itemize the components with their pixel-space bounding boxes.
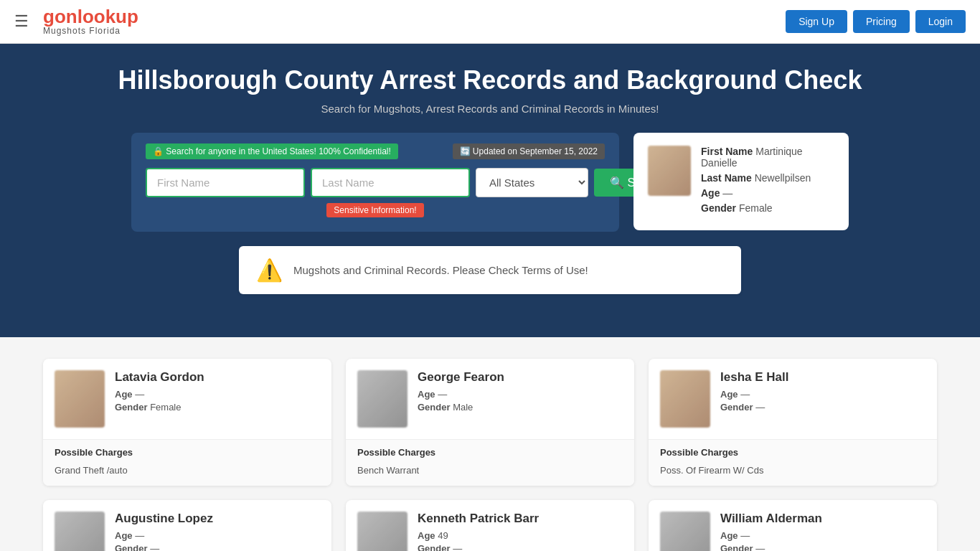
person-card-0[interactable]: Latavia Gordon Age — Gender Female Possi…: [43, 359, 331, 486]
gender-value: —: [453, 543, 462, 551]
header: ☰ gonlookup Mugshots Florida Sign Up Pri…: [0, 0, 980, 44]
logo-text: gonlookup: [43, 7, 138, 26]
person-gender: Gender Female: [115, 402, 320, 413]
logo-subtext: Mugshots Florida: [43, 26, 121, 36]
person-age: Age —: [720, 389, 925, 400]
person-info: Augustine Lopez Age — Gender —: [115, 512, 320, 551]
charges-section: Possible Charges Poss. Of Firearm W/ Cds: [649, 439, 937, 486]
updated-label: 🔄 Updated on September 15, 2022: [453, 143, 605, 159]
age-value: —: [135, 530, 144, 541]
person-gender: Gender Male: [418, 402, 623, 413]
notice-text: Mugshots and Criminal Records. Please Ch…: [293, 264, 588, 276]
gender-label: Gender: [418, 402, 451, 413]
last-name-input[interactable]: [311, 168, 470, 197]
signup-button[interactable]: Sign Up: [786, 10, 847, 33]
person-name: Latavia Gordon: [115, 370, 320, 385]
page-title: Hillsborough County Arrest Records and B…: [14, 65, 966, 95]
person-card-5[interactable]: William Alderman Age — Gender — Possible…: [649, 500, 937, 551]
age-value: —: [740, 389, 750, 400]
age-value: —: [740, 530, 750, 541]
gender-label: Gender: [418, 543, 451, 551]
person-gender: Gender —: [720, 543, 925, 551]
profile-card: First Name Martinique Danielle Last Name…: [633, 133, 849, 230]
search-box: 🔒 Search for anyone in the United States…: [131, 133, 619, 232]
states-select[interactable]: All StatesAlabamaAlaskaArizonaArkansasCa…: [476, 168, 588, 197]
logo[interactable]: gonlookup Mugshots Florida: [43, 7, 138, 36]
logo-go: go: [43, 6, 66, 27]
person-card-top: Kenneth Patrick Barr Age 49 Gender —: [346, 500, 634, 551]
person-age: Age 49: [418, 530, 623, 541]
first-name-input[interactable]: [146, 168, 305, 197]
profile-lastname-label: Last Name: [701, 172, 752, 184]
profile-gender-field: Gender Female: [701, 202, 834, 214]
person-info: Kenneth Patrick Barr Age 49 Gender —: [418, 512, 623, 551]
gender-label: Gender: [115, 402, 148, 413]
profile-lastname-value: Newellpilsen: [755, 172, 811, 184]
person-avatar: [55, 512, 105, 551]
login-button[interactable]: Login: [915, 10, 966, 33]
person-age: Age —: [115, 389, 320, 400]
search-container: 🔒 Search for anyone in the United States…: [14, 133, 966, 232]
age-label: Age: [115, 530, 133, 541]
gender-value: Male: [453, 402, 473, 413]
person-avatar: [55, 370, 105, 428]
gender-label: Gender: [720, 543, 753, 551]
age-value: 49: [438, 530, 448, 541]
person-info: Iesha E Hall Age — Gender —: [720, 370, 925, 415]
charge-item: Bench Warrant: [357, 462, 623, 479]
person-name: William Alderman: [720, 512, 925, 526]
profile-card-inner: First Name Martinique Danielle Last Name…: [648, 146, 834, 217]
gender-label: Gender: [720, 402, 753, 413]
person-card-top: Iesha E Hall Age — Gender —: [649, 359, 937, 439]
person-card-3[interactable]: Augustine Lopez Age — Gender — Possible …: [43, 500, 331, 551]
charges-title: Possible Charges: [55, 447, 320, 458]
age-label: Age: [418, 389, 435, 400]
age-label: Age: [115, 389, 133, 400]
person-card-2[interactable]: Iesha E Hall Age — Gender — Possible Cha…: [649, 359, 937, 486]
person-card-top: Latavia Gordon Age — Gender Female: [43, 359, 331, 439]
age-label: Age: [418, 530, 435, 541]
person-info: William Alderman Age — Gender —: [720, 512, 925, 551]
profile-info: First Name Martinique Danielle Last Name…: [701, 146, 834, 217]
person-avatar: [357, 370, 407, 428]
person-avatar: [357, 512, 407, 551]
charges-title: Possible Charges: [357, 447, 623, 458]
header-actions: Sign Up Pricing Login: [786, 10, 966, 33]
person-name: Augustine Lopez: [115, 512, 320, 526]
profile-gender-value: Female: [739, 202, 773, 214]
charges-title: Possible Charges: [660, 447, 925, 458]
profile-age-label: Age: [701, 187, 720, 199]
profile-gender-label: Gender: [701, 202, 736, 214]
sensitive-label: Sensitive Information!: [326, 203, 423, 217]
gender-value: Female: [150, 402, 181, 413]
gender-value: —: [150, 543, 159, 551]
person-name: George Fearon: [418, 370, 623, 385]
search-top-bar: 🔒 Search for anyone in the United States…: [146, 143, 605, 159]
charges-section: Possible Charges Grand Theft /auto: [43, 439, 331, 486]
person-info: George Fearon Age — Gender Male: [418, 370, 623, 415]
person-name: Iesha E Hall: [720, 370, 925, 385]
age-label: Age: [720, 530, 738, 541]
person-card-top: William Alderman Age — Gender —: [649, 500, 937, 551]
logo-n: n: [66, 6, 77, 27]
charge-item: Poss. Of Firearm W/ Cds: [660, 462, 925, 479]
person-card-1[interactable]: George Fearon Age — Gender Male Possible…: [346, 359, 634, 486]
person-card-top: George Fearon Age — Gender Male: [346, 359, 634, 439]
charge-item: Grand Theft /auto: [55, 462, 320, 479]
person-card-4[interactable]: Kenneth Patrick Barr Age 49 Gender — Pos…: [346, 500, 634, 551]
logo-lookup: lookup: [77, 6, 138, 27]
person-name: Kenneth Patrick Barr: [418, 512, 623, 526]
person-avatar: [660, 370, 710, 428]
pricing-button[interactable]: Pricing: [853, 10, 910, 33]
age-value: —: [135, 389, 144, 400]
profile-age-value: —: [722, 187, 732, 199]
notice-bar: ⚠️ Mugshots and Criminal Records. Please…: [239, 246, 741, 294]
person-card-top: Augustine Lopez Age — Gender —: [43, 500, 331, 551]
menu-icon[interactable]: ☰: [14, 12, 29, 31]
profile-age-field: Age —: [701, 187, 834, 199]
age-value: —: [438, 389, 447, 400]
hero-subtitle: Search for Mugshots, Arrest Records and …: [14, 103, 966, 115]
content-section: Latavia Gordon Age — Gender Female Possi…: [0, 337, 980, 551]
person-gender: Gender —: [418, 543, 623, 551]
profile-firstname-label: First Name: [701, 146, 753, 157]
